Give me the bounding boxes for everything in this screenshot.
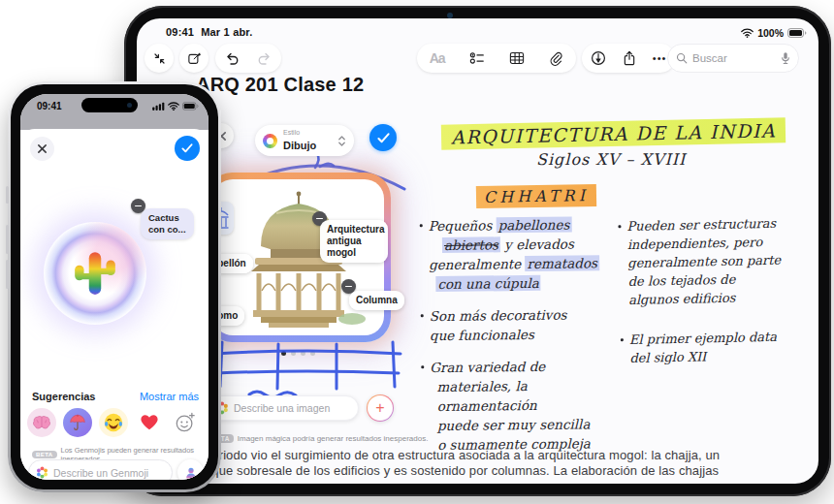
describe-genmoji-field[interactable] — [28, 459, 173, 480]
iphone-screen: 09:41 — [20, 94, 208, 480]
hw-bullet: Gran variedad de materiales, la ornament… — [430, 356, 629, 455]
beta-text: Imagen mágica podría generar resultados … — [238, 434, 429, 443]
volume-down-button — [6, 260, 9, 289]
mic-icon[interactable] — [781, 51, 790, 65]
tag-column[interactable]: Columna — [349, 291, 404, 310]
describe-genmoji-input[interactable] — [53, 467, 165, 479]
hw-bullet: El primer ejemplo data del siglo XII — [629, 327, 815, 367]
more-button[interactable]: ••• — [653, 52, 667, 64]
ipad-toolbar: Aa — [137, 44, 818, 75]
share-button[interactable] — [623, 50, 636, 66]
markup-crayon-button[interactable] — [591, 50, 606, 66]
ipad-clock: 09:41 — [166, 26, 194, 38]
umbrella-emoji-suggestion[interactable] — [63, 408, 92, 437]
hw-bullet: Pueden ser estructuras independientes, p… — [626, 213, 813, 309]
style-value: Dibujo — [283, 140, 316, 151]
undo-redo-group — [215, 44, 281, 73]
ipad-device: 09:41Mar 1 abr. 100% — [124, 6, 831, 496]
ipad-status-right: 100% — [741, 27, 807, 39]
hw-right-column: Pueden ser estructuras independientes, p… — [626, 213, 814, 380]
action-button — [6, 186, 9, 204]
laughing-emoji-suggestion[interactable] — [99, 408, 128, 437]
cellular-signal-icon — [152, 102, 165, 110]
checkmark-icon — [181, 143, 193, 153]
umbrella-icon — [69, 414, 86, 431]
describe-image-input[interactable] — [234, 402, 350, 414]
ipad-statusbar: 09:41Mar 1 abr. — [166, 26, 260, 38]
front-camera — [127, 103, 132, 108]
checklist-button[interactable] — [469, 51, 485, 65]
note-title: ARQ 201 Clase 12 — [196, 74, 364, 96]
dynamic-island — [81, 98, 138, 112]
handwritten-notes: ARQUITECTURA DE LA INDIA Siglos XV – XVI… — [428, 115, 814, 476]
describe-image-field[interactable] — [207, 395, 359, 421]
show-more-link[interactable]: Mostrar más — [140, 391, 199, 402]
playground-confirm-button[interactable] — [369, 124, 397, 151]
genmoji-confirm-button[interactable] — [175, 136, 200, 161]
heart-icon — [140, 414, 159, 431]
close-icon — [37, 143, 48, 154]
compose-button[interactable] — [179, 44, 208, 73]
genmoji-close-button[interactable] — [30, 137, 54, 161]
ipad-date: Mar 1 abr. — [201, 26, 252, 38]
brain-icon — [32, 415, 51, 430]
genmoji-preview-bubble — [44, 222, 146, 325]
suggestions-label: Sugerencias — [32, 391, 95, 402]
image-pagination-dots[interactable] — [281, 351, 315, 356]
hw-title: ARQUITECTURA DE LA INDIA — [441, 117, 786, 149]
iphone-clock: 09:41 — [37, 101, 62, 111]
undo-button[interactable] — [225, 51, 240, 65]
new-genmoji-suggestion[interactable] — [171, 408, 200, 437]
chevron-up-down-icon — [337, 135, 346, 147]
beta-badge: BETA — [32, 451, 57, 458]
collapse-button[interactable] — [144, 44, 174, 73]
iphone-bezel: 09:41 — [11, 84, 218, 489]
attachment-button[interactable] — [549, 51, 563, 66]
checkmark-icon — [377, 133, 390, 143]
collapse-arrows-icon — [152, 51, 167, 66]
battery-icon — [787, 28, 807, 38]
pen-sketch-base — [210, 340, 404, 400]
tag-architecture[interactable]: Arquitectura antigua mogol — [320, 220, 388, 263]
text-format-button[interactable]: Aa — [430, 50, 445, 66]
emoji-suggestions — [27, 408, 200, 437]
sparkle-ai-icon — [36, 466, 48, 479]
search-icon — [676, 52, 688, 64]
style-swatch-icon — [263, 134, 277, 148]
table-button[interactable] — [509, 51, 525, 65]
search-input[interactable] — [692, 52, 776, 64]
rainbow-cactus-genmoji — [71, 248, 119, 299]
volume-up-button — [6, 225, 9, 254]
battery-percent: 100% — [757, 27, 784, 39]
hw-left-column: Pequeños pabellones abiertos y elevados … — [429, 214, 630, 467]
laughing-face-icon — [103, 412, 124, 433]
hw-bullet: Pequeños pabellones abiertos y elevados … — [429, 214, 628, 294]
hw-section-heading: CHHATRI — [476, 184, 596, 208]
iphone-device: 09:41 — [8, 81, 221, 492]
hw-bullet: Son más decorativos que funcionales — [430, 304, 628, 345]
compose-icon — [187, 51, 202, 66]
heart-emoji-suggestion[interactable] — [135, 408, 164, 437]
battery-icon — [182, 102, 199, 110]
smiley-plus-icon — [175, 412, 196, 433]
tag-cactus[interactable]: Cactus con co... — [141, 208, 194, 239]
style-label: Estilo — [283, 129, 332, 136]
search-field[interactable] — [667, 44, 799, 73]
redo-button[interactable] — [257, 51, 272, 65]
hw-subtitle: Siglos XV – XVIII — [536, 150, 686, 169]
genmoji-sheet: Cactus con co... Sugerencias Mostrar más — [20, 129, 208, 480]
style-selector[interactable]: Estilo Dibujo — [255, 125, 354, 156]
wifi-icon — [741, 28, 754, 38]
brain-emoji-suggestion[interactable] — [27, 408, 56, 437]
stage: 09:41Mar 1 abr. 100% — [0, 0, 834, 504]
iphone-statusbar: 09:41 — [20, 94, 208, 130]
person-icon — [184, 466, 198, 480]
format-tools-group: Aa — [417, 44, 576, 73]
magic-image-disclaimer: BETA Imagen mágica podría generar result… — [208, 434, 428, 443]
wifi-icon — [168, 102, 179, 110]
person-genmoji-button[interactable] — [177, 459, 204, 480]
markup-share-group: ••• — [582, 44, 675, 73]
add-image-button[interactable]: + — [367, 394, 394, 422]
ipad-screen: 09:41Mar 1 abr. 100% — [137, 18, 818, 484]
